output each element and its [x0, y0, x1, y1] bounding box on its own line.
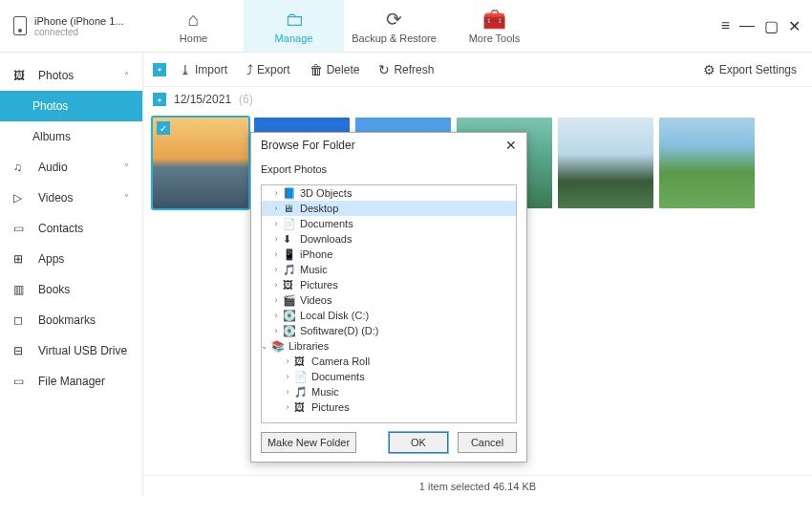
sidebar-item-apps[interactable]: ⊞ Apps	[0, 244, 142, 274]
chevron-down-icon: ˅	[124, 162, 129, 173]
tree-label: Pictures	[311, 401, 350, 413]
folder-icon: 📘	[283, 187, 296, 200]
tree-item[interactable]: ›💽Local Disk (C:)	[262, 308, 516, 323]
tree-item[interactable]: ›🖼Pictures	[262, 277, 516, 292]
sidebar-item-filemanager[interactable]: ▭ File Manager	[0, 366, 142, 397]
tree-item[interactable]: ›🎬Videos	[262, 292, 516, 308]
folder-tree[interactable]: ›📘3D Objects›🖥Desktop›📄Documents›⬇Downlo…	[262, 185, 516, 422]
sidebar-label: Contacts	[38, 222, 83, 235]
sidebar-label: Bookmarks	[38, 313, 96, 327]
folder-icon: 🎵	[294, 386, 308, 399]
expand-icon: ›	[271, 204, 281, 213]
export-button[interactable]: ⤴Export	[241, 62, 296, 77]
tree-item[interactable]: ›💽Sofitware(D) (D:)	[262, 323, 516, 338]
home-icon: ⌂	[187, 9, 199, 31]
tree-label: Downloads	[300, 233, 352, 245]
refresh-button[interactable]: ↻Refresh	[373, 62, 439, 77]
tree-label: Videos	[300, 294, 331, 306]
expand-icon: ›	[283, 356, 292, 366]
photo-thumb[interactable]	[659, 118, 755, 208]
maximize-icon[interactable]: ▢	[764, 17, 779, 35]
tree-item[interactable]: ›📱iPhone	[262, 247, 516, 262]
nav-label: Backup & Restore	[352, 32, 437, 44]
toolbox-icon: 🧰	[482, 8, 506, 31]
folder-icon: 📄	[283, 218, 296, 230]
cancel-button[interactable]: Cancel	[458, 432, 517, 453]
sidebar-item-videos[interactable]: ▷ Videos ˅	[0, 183, 142, 213]
tree-item[interactable]: ›📄Documents	[262, 369, 516, 384]
check-icon: ✓	[157, 121, 170, 135]
tool-label: Refresh	[394, 63, 434, 76]
contacts-icon: ▭	[13, 222, 29, 235]
music-icon: ♫	[13, 161, 29, 174]
sidebar-item-books[interactable]: ▥ Books	[0, 274, 142, 305]
tree-item[interactable]: ›⬇Downloads	[262, 231, 516, 247]
sidebar-item-contacts[interactable]: ▭ Contacts	[0, 213, 142, 244]
sidebar-label: Virtual USB Drive	[38, 344, 127, 357]
tree-label: Local Disk (C:)	[300, 310, 369, 321]
nav-home[interactable]: ⌂ Home	[143, 0, 244, 52]
sidebar-label: Videos	[38, 191, 73, 205]
select-date-checkbox[interactable]: ▪	[153, 93, 166, 106]
sidebar-item-photos[interactable]: 🖼 Photos ˄	[0, 60, 142, 91]
folder-icon: 🖼	[294, 355, 308, 367]
import-icon: ⤓	[180, 62, 191, 77]
import-button[interactable]: ⤓Import	[174, 62, 233, 77]
expand-icon: ›	[271, 265, 281, 274]
sidebar-label: Photos	[38, 69, 74, 82]
tree-item[interactable]: ›🖼Camera Roll	[262, 354, 516, 369]
folder-icon: 📄	[294, 371, 308, 383]
folder-icon: 🖼	[283, 279, 296, 291]
tree-item[interactable]: ›🎵Music	[262, 262, 516, 277]
dialog-subtitle: Export Photos	[251, 158, 526, 184]
menu-icon[interactable]: ≡	[721, 17, 730, 35]
tree-item-libraries[interactable]: ⌄📚Libraries	[262, 338, 516, 354]
tool-label: Import	[195, 63, 227, 76]
nav-label: Manage	[275, 32, 313, 44]
sidebar-item-photos-sub[interactable]: Photos	[0, 91, 142, 121]
folder-icon: 🎵	[283, 264, 296, 276]
tree-item[interactable]: ›🎵Music	[262, 384, 516, 399]
refresh-icon: ↻	[378, 62, 390, 77]
sidebar-item-albums[interactable]: Albums	[0, 121, 142, 152]
make-new-folder-button[interactable]: Make New Folder	[261, 432, 356, 453]
expand-icon: ›	[271, 234, 281, 244]
nav-backup[interactable]: ⟳ Backup & Restore	[344, 0, 444, 52]
folder-icon: ⬇	[283, 233, 296, 246]
sidebar-item-audio[interactable]: ♫ Audio ˅	[0, 152, 142, 183]
folder-icon: 🗀	[285, 9, 304, 31]
ok-button[interactable]: OK	[389, 432, 448, 453]
tree-label: Documents	[300, 218, 353, 229]
backup-icon: ⟳	[386, 8, 402, 31]
tree-item[interactable]: ›🖥Desktop	[262, 201, 516, 216]
libraries-icon: 📚	[271, 340, 285, 353]
close-icon[interactable]: ✕	[788, 17, 801, 35]
sidebar-item-vusb[interactable]: ⊟ Virtual USB Drive	[0, 335, 142, 366]
expand-icon: ›	[271, 326, 281, 335]
photo-thumb[interactable]: ✓	[153, 118, 248, 208]
trash-icon: 🗑	[310, 62, 323, 77]
sidebar-label: Apps	[38, 252, 64, 266]
export-icon: ⤴	[246, 62, 253, 77]
device-info[interactable]: iPhone (iPhone 1... connected	[0, 15, 143, 37]
export-settings-button[interactable]: ⚙Export Settings	[697, 62, 802, 77]
tree-item[interactable]: ›🖼Pictures	[262, 399, 516, 415]
expand-icon: ›	[271, 249, 281, 259]
device-status: connected	[34, 27, 124, 37]
delete-button[interactable]: 🗑Delete	[304, 62, 366, 77]
sidebar-item-bookmarks[interactable]: ◻ Bookmarks	[0, 305, 142, 335]
book-icon: ▥	[13, 283, 29, 296]
tool-label: Export Settings	[719, 63, 797, 76]
photo-thumb[interactable]	[558, 118, 653, 208]
tree-item[interactable]: ›📄Documents	[262, 216, 516, 231]
select-all-checkbox[interactable]: ▪	[153, 63, 166, 76]
usb-icon: ⊟	[13, 344, 29, 357]
play-icon: ▷	[13, 191, 29, 205]
date-count: (6)	[239, 93, 253, 106]
minimize-icon[interactable]: —	[739, 17, 755, 35]
tree-item[interactable]: ›📘3D Objects	[262, 185, 516, 201]
nav-more[interactable]: 🧰 More Tools	[444, 0, 545, 52]
dialog-title: Browse For Folder	[261, 139, 355, 152]
dialog-close-icon[interactable]: ✕	[505, 138, 517, 153]
nav-manage[interactable]: 🗀 Manage	[244, 0, 344, 52]
